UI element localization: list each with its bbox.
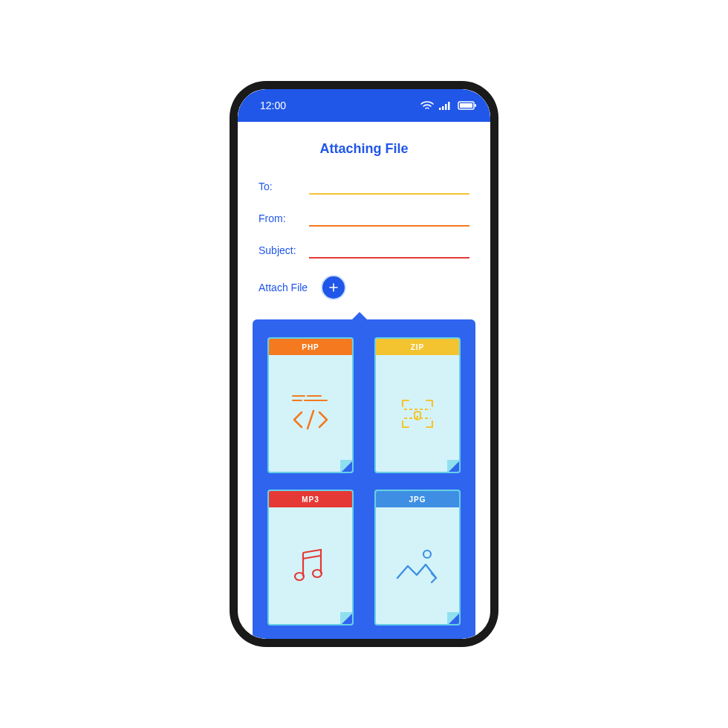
to-input[interactable]	[309, 179, 469, 195]
svg-line-11	[308, 411, 313, 429]
svg-rect-1	[442, 106, 444, 110]
file-type-php[interactable]: PHP	[267, 337, 354, 473]
page-title: Attaching File	[259, 141, 469, 157]
svg-point-19	[423, 550, 431, 558]
battery-icon	[458, 100, 477, 111]
svg-rect-6	[475, 104, 476, 107]
status-bar: 12:00	[238, 89, 490, 122]
signal-icon	[438, 100, 453, 111]
compose-form: Attaching File To: From: Subject: Attach…	[238, 122, 490, 300]
svg-line-16	[303, 556, 321, 559]
svg-rect-2	[445, 104, 447, 110]
phone-frame: 12:00	[230, 82, 498, 646]
wifi-icon	[420, 100, 434, 111]
status-icons	[420, 100, 477, 111]
screen: 12:00	[238, 89, 490, 639]
file-type-label: PHP	[269, 339, 352, 355]
attach-row: Attach File	[259, 275, 469, 300]
file-type-panel-wrap: PHP	[238, 300, 490, 639]
from-label: From:	[259, 212, 300, 227]
attach-file-label: Attach File	[259, 282, 308, 293]
svg-rect-5	[460, 103, 472, 108]
attach-file-button[interactable]	[321, 275, 346, 300]
image-icon	[376, 507, 459, 624]
subject-input[interactable]	[309, 243, 469, 259]
file-type-label: ZIP	[376, 339, 459, 355]
svg-point-14	[417, 415, 419, 417]
svg-rect-0	[439, 108, 441, 110]
file-type-jpg[interactable]: JPG	[374, 490, 461, 625]
file-type-label: JPG	[376, 491, 459, 507]
music-note-icon	[269, 507, 352, 624]
file-type-panel: PHP	[253, 319, 475, 639]
file-type-zip[interactable]: ZIP	[374, 337, 461, 473]
archive-icon	[376, 355, 459, 472]
from-row: From:	[259, 211, 469, 227]
svg-rect-3	[448, 102, 450, 110]
from-input[interactable]	[309, 211, 469, 227]
plus-icon	[328, 282, 339, 293]
subject-label: Subject:	[259, 244, 300, 259]
to-label: To:	[259, 181, 300, 195]
code-icon	[269, 355, 352, 472]
status-time: 12:00	[260, 100, 286, 111]
to-row: To:	[259, 179, 469, 195]
file-type-label: MP3	[269, 491, 352, 507]
file-type-mp3[interactable]: MP3	[267, 490, 354, 625]
subject-row: Subject:	[259, 243, 469, 259]
